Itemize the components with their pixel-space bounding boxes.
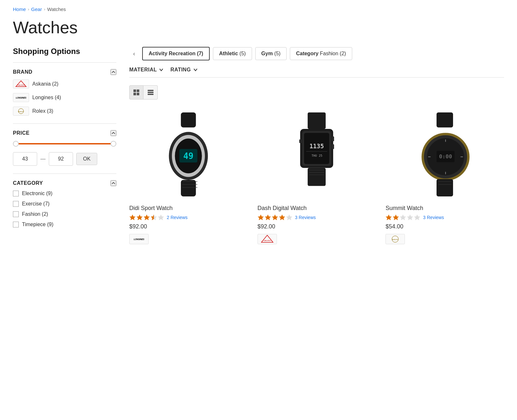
- chevron-up-icon: [111, 69, 116, 75]
- brand-badge-summit: ROLEX: [385, 234, 405, 244]
- svg-rect-10: [148, 94, 153, 95]
- sidebar-divider-price: [13, 173, 116, 174]
- main-content: ‹ Activity Recreation (7) Athletic (5) G…: [129, 47, 504, 244]
- category-item-timepiece[interactable]: Timepiece (9): [13, 222, 116, 227]
- slider-thumb-right[interactable]: [111, 141, 116, 147]
- price-min-input[interactable]: [13, 152, 37, 166]
- svg-rect-7: [137, 93, 139, 95]
- summit-star-2: [393, 214, 399, 221]
- product-rating-dash: 3 Reviews: [258, 214, 376, 221]
- brand-item-rolex[interactable]: ROLEX Rolex (3): [13, 107, 116, 116]
- category-checkbox-fashion[interactable]: [13, 211, 19, 217]
- brand-item-askania[interactable]: ASKANIA Askania (2): [13, 79, 116, 89]
- category-item-fashion[interactable]: Fashion (2): [13, 211, 116, 217]
- longines-logo: LONGINES: [13, 93, 29, 102]
- slider-track: [13, 143, 116, 144]
- category-label-fashion: Fashion (2): [22, 211, 48, 217]
- svg-rect-28: [308, 112, 326, 129]
- grid-view-button[interactable]: [129, 85, 143, 100]
- review-count-dash[interactable]: 3 Reviews: [295, 215, 316, 220]
- price-ok-button[interactable]: OK: [76, 153, 97, 165]
- category-item-electronic[interactable]: Electronic (9): [13, 191, 116, 196]
- product-rating-summit: 3 Reviews: [385, 214, 504, 221]
- price-label: PRICE: [13, 130, 29, 136]
- svg-marker-65: [407, 215, 413, 220]
- svg-text:THU 25: THU 25: [311, 154, 322, 157]
- filter-tag-activity[interactable]: Activity Recreation (7): [142, 47, 210, 60]
- star-1: [129, 214, 136, 221]
- dash-watch-svg: 1135 THU 25: [281, 112, 352, 196]
- stars-didi: [129, 214, 164, 221]
- svg-marker-63: [393, 215, 399, 220]
- svg-text:0:00: 0:00: [439, 153, 452, 160]
- brand-item-longines[interactable]: LONGINES Longines (4): [13, 93, 116, 102]
- category-checkbox-timepiece[interactable]: [13, 222, 19, 227]
- category-label-timepiece: Timepiece (9): [22, 222, 53, 227]
- category-list: Electronic (9) Exercise (7) Fashion (2) …: [13, 191, 116, 227]
- price-section: PRICE —: [13, 130, 116, 166]
- brand-section-header: BRAND: [13, 69, 116, 75]
- svg-rect-6: [133, 93, 136, 95]
- brand-badge-dash: ASKANIA: [258, 234, 277, 244]
- review-count-summit[interactable]: 3 Reviews: [423, 215, 444, 220]
- filter-tag-athletic[interactable]: Athletic (5): [213, 47, 252, 60]
- svg-text:ROLEX: ROLEX: [392, 239, 398, 240]
- product-image-didi: 49: [129, 109, 248, 200]
- summit-star-3: [400, 214, 406, 221]
- dash-star-1: [258, 214, 264, 221]
- material-chevron-down-icon: [159, 67, 164, 72]
- product-card-didi[interactable]: 49 Didi Sport Watch: [129, 109, 248, 244]
- brand-list: ASKANIA Askania (2) LONGINES Longines (4…: [13, 79, 116, 116]
- summit-star-1: [385, 214, 392, 221]
- svg-marker-21: [130, 215, 136, 220]
- material-filter-button[interactable]: MATERIAL: [129, 67, 164, 73]
- filter-prev-button[interactable]: ‹: [129, 49, 139, 58]
- product-price-summit: $54.00: [385, 223, 504, 230]
- product-card-dash[interactable]: 1135 THU 25: [258, 109, 376, 244]
- svg-marker-22: [137, 215, 143, 220]
- category-section-header: CATEGORY: [13, 180, 116, 186]
- rating-filter-button[interactable]: RATING: [170, 67, 198, 73]
- category-item-exercise[interactable]: Exercise (7): [13, 201, 116, 207]
- svg-marker-27: [158, 215, 164, 220]
- filter-tag-gym[interactable]: Gym (5): [255, 47, 287, 60]
- svg-marker-66: [414, 215, 420, 220]
- svg-marker-46: [286, 215, 292, 220]
- summit-star-4: [407, 214, 413, 221]
- review-count-didi[interactable]: 2 Reviews: [167, 215, 188, 220]
- svg-marker-43: [265, 215, 271, 220]
- slider-thumb-left[interactable]: [13, 141, 19, 147]
- askania-logo: ASKANIA: [13, 79, 29, 89]
- star-4-half: [151, 214, 157, 221]
- list-view-button[interactable]: [143, 85, 158, 100]
- svg-rect-35: [332, 136, 334, 141]
- price-dash: —: [40, 156, 46, 162]
- svg-text:ASKANIA: ASKANIA: [263, 240, 271, 241]
- svg-marker-64: [400, 215, 406, 220]
- svg-rect-37: [299, 140, 301, 143]
- svg-rect-4: [133, 89, 136, 92]
- svg-marker-23: [144, 215, 150, 220]
- product-image-summit: 0:00: [385, 109, 504, 200]
- product-image-dash: 1135 THU 25: [258, 109, 376, 200]
- brand-name-askania: Askania (2): [32, 81, 58, 87]
- price-range-slider[interactable]: [13, 141, 116, 147]
- product-name-didi: Didi Sport Watch: [129, 205, 248, 212]
- filter-tag-category-fashion[interactable]: Category Fashion (2): [290, 47, 352, 60]
- category-checkbox-exercise[interactable]: [13, 201, 19, 207]
- price-max-input[interactable]: [49, 152, 73, 166]
- brand-badge-didi: LONGINES: [129, 234, 149, 244]
- svg-marker-45: [279, 215, 285, 220]
- price-collapse-button[interactable]: [111, 130, 116, 136]
- category-chevron-up-icon: [111, 180, 116, 186]
- sidebar: Shopping Options BRAND ASKANIA: [13, 47, 116, 244]
- stars-dash: [258, 214, 292, 221]
- summit-star-5: [414, 214, 420, 221]
- brand-collapse-button[interactable]: [111, 69, 116, 75]
- price-inputs: — OK: [13, 152, 116, 166]
- breadcrumb-gear[interactable]: Gear: [31, 6, 42, 12]
- category-checkbox-electronic[interactable]: [13, 191, 19, 196]
- category-collapse-button[interactable]: [111, 180, 116, 186]
- breadcrumb-home[interactable]: Home: [13, 6, 26, 12]
- product-card-summit[interactable]: 0:00 Summit Watch: [385, 109, 504, 244]
